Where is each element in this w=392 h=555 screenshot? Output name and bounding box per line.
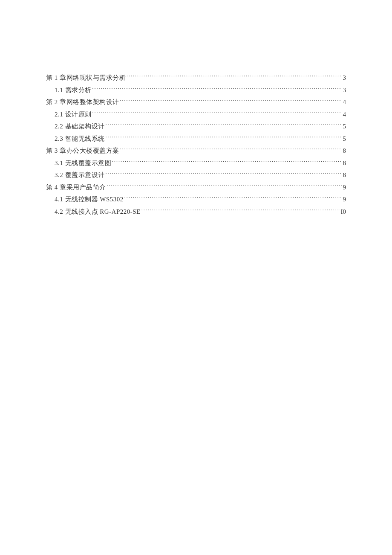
- toc-page-number: 8: [343, 169, 346, 181]
- toc-title: 4.2 无线接入点 RG-AP220-SE: [55, 206, 141, 218]
- toc-leader-dots: [127, 73, 342, 80]
- toc-leader-dots: [124, 195, 342, 201]
- toc-page-number: 8: [343, 145, 346, 157]
- toc-title: 3.2 覆盖示意设计: [55, 169, 105, 181]
- toc-title: 4.1 无线控制器 WS5302: [55, 193, 124, 206]
- toc-leader-dots: [107, 183, 342, 189]
- toc-page-number: 9: [343, 181, 346, 194]
- toc-entry: 1.1 需求分析 3: [46, 84, 346, 96]
- toc-entry: 第 3 章办公大楼覆盖方案 8: [46, 145, 346, 157]
- toc-leader-dots: [112, 159, 342, 165]
- toc-leader-dots: [106, 171, 342, 177]
- toc-leader-dots: [120, 98, 342, 104]
- toc-page-number: I0: [341, 206, 346, 218]
- toc-title: 2.1 设计原则: [55, 108, 92, 121]
- toc-leader-dots: [92, 86, 342, 92]
- toc-title: 第 3 章办公大楼覆盖方案: [46, 145, 119, 157]
- toc-title: 1.1 需求分析: [55, 84, 92, 96]
- toc-leader-dots: [106, 134, 342, 141]
- toc-entry: 2.3 智能无线系统 5: [46, 133, 346, 145]
- toc-page-number: 3: [343, 72, 346, 84]
- toc-leader-dots: [141, 207, 340, 214]
- toc-title: 2.3 智能无线系统: [55, 133, 105, 145]
- table-of-contents: 第 1 章网络现状与需求分析 3 1.1 需求分析 3 第 2 章网络整体架构设…: [46, 72, 346, 218]
- toc-page-number: 5: [343, 120, 346, 133]
- toc-entry: 2.1 设计原则 4: [46, 108, 346, 121]
- toc-page-number: 9: [343, 193, 346, 206]
- toc-entry: 2.2 基础架构设计 5: [46, 120, 346, 133]
- toc-leader-dots: [120, 146, 342, 153]
- toc-title: 2.2 基础架构设计: [55, 120, 105, 133]
- toc-entry: 4.1 无线控制器 WS5302 9: [46, 193, 346, 206]
- toc-leader-dots: [106, 122, 342, 128]
- toc-entry: 第 4 章采用产品简介 9: [46, 181, 346, 194]
- toc-title: 第 1 章网络现状与需求分析: [46, 72, 126, 84]
- toc-entry: 4.2 无线接入点 RG-AP220-SE I0: [46, 206, 346, 218]
- toc-entry: 第 2 章网络整体架构设计 4: [46, 96, 346, 108]
- toc-title: 第 4 章采用产品简介: [46, 181, 106, 194]
- toc-page-number: 8: [343, 157, 346, 169]
- toc-entry: 第 1 章网络现状与需求分析 3: [46, 72, 346, 84]
- toc-entry: 3.1 无线覆盖示意图 8: [46, 157, 346, 169]
- toc-title: 3.1 无线覆盖示意图: [55, 157, 111, 169]
- toc-page-number: 3: [343, 84, 346, 96]
- toc-page-number: 4: [343, 108, 346, 121]
- toc-page-number: 4: [343, 96, 346, 108]
- toc-page-number: 5: [343, 133, 346, 145]
- toc-leader-dots: [92, 110, 342, 116]
- toc-entry: 3.2 覆盖示意设计 8: [46, 169, 346, 181]
- toc-title: 第 2 章网络整体架构设计: [46, 96, 119, 108]
